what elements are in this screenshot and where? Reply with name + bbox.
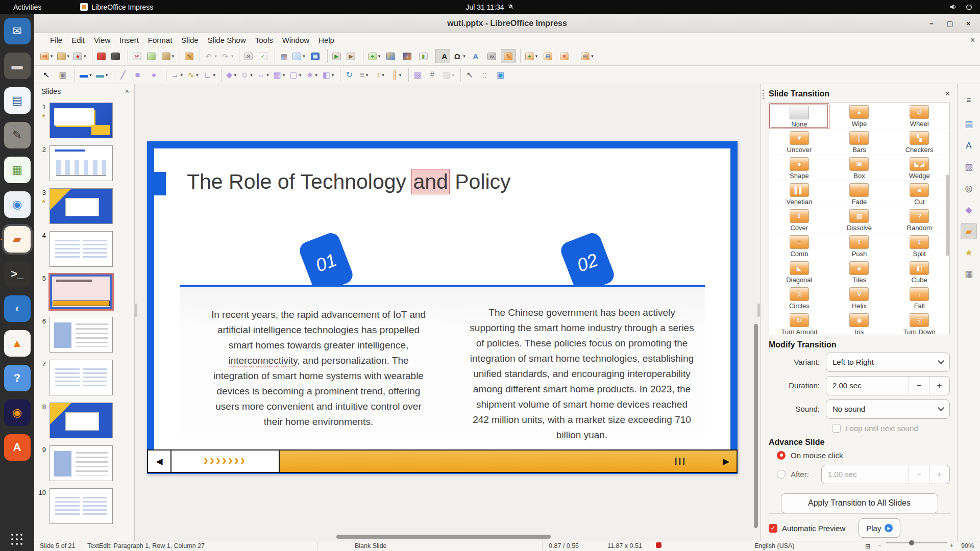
slide-thumbnail[interactable]	[50, 188, 113, 224]
crop-icon[interactable]: #	[425, 68, 440, 82]
menu-item[interactable]: Slide	[177, 34, 203, 46]
close-button[interactable]: ×	[962, 17, 975, 30]
delete-slide-icon[interactable]: ×	[556, 49, 572, 63]
block-arrows-icon[interactable]: ⇔	[255, 68, 271, 82]
slide-transition-icon[interactable]: ▰	[961, 223, 977, 239]
spelling-icon[interactable]: ✓	[255, 49, 271, 63]
automatic-preview-checkbox[interactable]: ✓	[769, 524, 777, 533]
slide-thumbnail[interactable]	[50, 274, 113, 310]
properties-icon[interactable]: ▤	[961, 116, 977, 132]
3d-effects-icon[interactable]: ▣	[493, 68, 508, 82]
slide-thumbnail-row[interactable]: 3 ★	[34, 188, 134, 224]
insert-table-icon[interactable]: +	[363, 49, 382, 63]
maximize-button[interactable]: ▢	[943, 17, 957, 30]
libreoffice-writer-icon[interactable]: ▤	[4, 87, 31, 114]
minimize-button[interactable]: –	[925, 17, 938, 30]
master-slides-icon[interactable]: ▦	[961, 266, 977, 282]
display-grid-icon[interactable]: ▦	[275, 49, 290, 63]
shapes-icon[interactable]: ◆	[961, 202, 977, 218]
lines-and-arrows-icon[interactable]: →	[166, 68, 185, 82]
panel-grip-handle[interactable]	[763, 90, 764, 99]
chromium-icon[interactable]: ◉	[4, 191, 31, 218]
copy-icon[interactable]	[144, 49, 159, 63]
slide-thumbnail[interactable]	[50, 488, 113, 524]
slide-thumbnail[interactable]	[50, 403, 113, 438]
transition-circles-icon[interactable]: ◎ Circles	[769, 285, 829, 311]
firefox-icon[interactable]: ◉	[4, 399, 31, 426]
duration-spinner[interactable]: 2.00 sec − +	[826, 376, 950, 395]
play-button[interactable]: Play ▶	[859, 518, 900, 538]
menu-item[interactable]: Tools	[251, 34, 278, 46]
arrange-icon[interactable]: ↑	[373, 68, 388, 82]
slide-layout-status[interactable]: Blank Slide	[355, 542, 387, 549]
libreoffice-calc-icon[interactable]: ▦	[4, 157, 31, 183]
thunderbird-icon[interactable]: ✉	[4, 18, 31, 44]
gimp-icon[interactable]: ✎	[4, 122, 31, 148]
help-icon[interactable]: ?	[4, 365, 31, 391]
transition-split-icon[interactable]: ⇕ Split	[889, 233, 949, 259]
on-mouse-click-radio[interactable]	[777, 451, 786, 460]
menu-item[interactable]: File	[45, 34, 67, 46]
transition-fall-icon[interactable]: ↓ Fall	[889, 285, 949, 311]
transition-cover-icon[interactable]: ⇓ Cover	[769, 207, 829, 233]
clock-menu[interactable]: Jul 31 11:34	[465, 3, 514, 11]
vlc-icon[interactable]: ▲	[4, 330, 31, 357]
menu-item[interactable]: Edit	[67, 34, 89, 46]
slide-thumbnail-row[interactable]: 4 ★	[34, 231, 134, 267]
panel-splitter-handle[interactable]	[135, 304, 137, 317]
menu-item[interactable]: Help	[314, 34, 339, 46]
show-draw-functions-icon[interactable]: ✎	[501, 49, 516, 63]
ubuntu-software-icon[interactable]: A	[4, 434, 31, 461]
transition-random-icon[interactable]: ? Random	[889, 207, 949, 233]
zoom-slider-thumb[interactable]	[909, 540, 914, 545]
callout-shapes-icon[interactable]: ▢	[288, 68, 303, 82]
transition-cube-icon[interactable]: ◧ Cube	[889, 259, 949, 285]
glue-points-icon[interactable]: ::	[477, 68, 492, 82]
fill-color-icon[interactable]: ▬	[94, 68, 110, 82]
sidebar-settings-icon[interactable]: ≡	[961, 91, 977, 108]
apply-transition-to-all-slides-button[interactable]: Apply Transition to All Slides	[781, 493, 938, 513]
rectangle-icon[interactable]: ■	[130, 68, 145, 82]
insert-chart-icon[interactable]: ▮	[415, 49, 431, 63]
on-mouse-click-option[interactable]: On mouse click	[777, 451, 950, 460]
terminal-icon[interactable]: >_	[4, 261, 31, 287]
line-color-icon[interactable]: ▬	[75, 68, 93, 82]
transition-cut-icon[interactable]: ■ Cut	[889, 181, 949, 207]
vertical-scrollbar[interactable]	[753, 84, 758, 534]
open-icon[interactable]	[56, 49, 71, 63]
gallery-icon[interactable]: ▨	[961, 159, 977, 175]
transition-dissolve-icon[interactable]: ▩ Dissolve	[829, 207, 890, 233]
show-applications-button[interactable]	[11, 534, 23, 546]
fit-slide-icon[interactable]: ⊞	[865, 542, 870, 550]
slide-thumbnail-row[interactable]: 5 ★	[34, 274, 134, 310]
curves-polygons-icon[interactable]: ∿	[185, 68, 201, 82]
transition-push-icon[interactable]: ⇑ Push	[829, 233, 890, 259]
transition-comb-icon[interactable]: ≡ Comb	[769, 233, 829, 259]
menu-item[interactable]: Slide Show	[203, 34, 251, 46]
slide-thumbnail-row[interactable]: 9 ★	[34, 445, 134, 481]
window-titlebar[interactable]: wuti.pptx - LibreOffice Impress – ▢ ×	[34, 14, 980, 33]
zoom-in-button[interactable]: +	[950, 542, 953, 549]
new-presentation-icon[interactable]: ▤	[39, 49, 55, 63]
right-text-block[interactable]: The Chinese government has been actively…	[469, 305, 695, 443]
insert-line-icon[interactable]: ╱	[114, 68, 129, 82]
display-views-icon[interactable]	[291, 49, 307, 63]
print-icon[interactable]	[108, 49, 124, 63]
insert-image-icon[interactable]	[383, 49, 398, 63]
snap-guides-icon[interactable]: ▦	[308, 49, 323, 63]
system-status-area[interactable]	[949, 3, 973, 11]
symbol-shapes-icon[interactable]: ☺	[239, 68, 254, 82]
slide-title-textbox[interactable]: The Role of Technology and Policy	[187, 170, 511, 194]
loop-checkbox[interactable]	[832, 424, 841, 433]
zoom-level-status[interactable]: 90%	[961, 542, 974, 549]
left-text-block[interactable]: In recent years, the rapid advancement o…	[208, 307, 429, 430]
slide-properties-icon[interactable]: ▤	[576, 49, 595, 63]
files-icon[interactable]: ▬	[4, 53, 31, 79]
slide-thumbnail-row[interactable]: 2 ★	[34, 145, 134, 181]
3d-objects-icon[interactable]: ◧	[321, 68, 336, 82]
slide-thumbnail[interactable]	[50, 360, 113, 395]
transition-turn-around-icon[interactable]: ↻ Turn Around	[769, 311, 829, 335]
start-from-current-slide-icon[interactable]: ▶	[344, 49, 359, 63]
transition-wedge-icon[interactable]: ◣◢ Wedge	[889, 155, 949, 181]
slide-canvas[interactable]: The Role of Technology and Policy 01 02 …	[135, 84, 760, 541]
